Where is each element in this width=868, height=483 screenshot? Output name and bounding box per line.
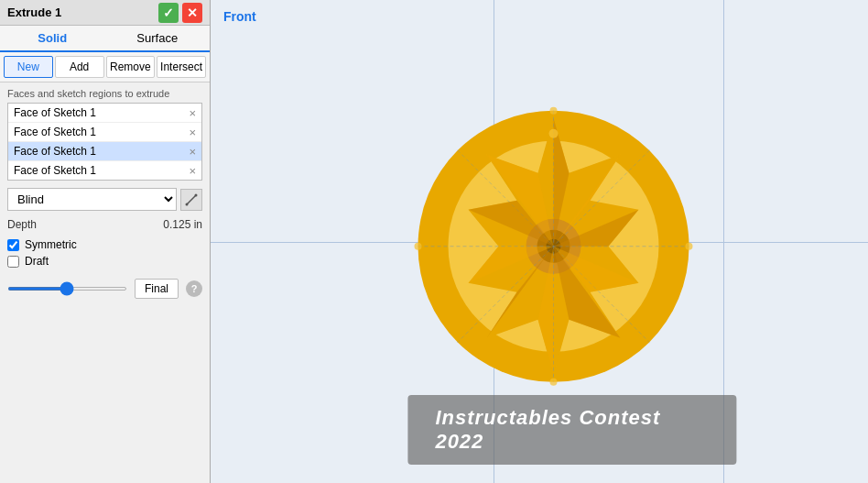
- face-label-1: Face of Sketch 1: [14, 126, 96, 138]
- checkboxes-section: Symmetric Draft: [0, 235, 210, 271]
- viewport-label: Front: [223, 9, 256, 24]
- measure-icon-btn[interactable]: [180, 189, 202, 211]
- ok-button[interactable]: ✓: [158, 3, 179, 23]
- slider-row: Final ?: [0, 271, 210, 306]
- panel-title: Extrude 1: [7, 5, 61, 19]
- panel-header: Extrude 1 ✓ ✕: [0, 0, 210, 26]
- svg-point-0: [186, 203, 189, 205]
- extrude-panel: Extrude 1 ✓ ✕ Solid Surface New Add Remo…: [0, 0, 211, 483]
- op-add[interactable]: Add: [55, 56, 104, 78]
- viewport: Front: [211, 0, 868, 483]
- face-label-3: Face of Sketch 1: [14, 164, 96, 177]
- watermark-banner: Instructables Contest 2022: [407, 395, 736, 465]
- depth-value: 0.125 in: [163, 218, 202, 231]
- symmetric-checkbox[interactable]: [7, 239, 19, 251]
- face-remove-1[interactable]: ×: [189, 126, 196, 138]
- symmetric-label: Symmetric: [25, 238, 77, 251]
- svg-point-24: [550, 378, 558, 385]
- svg-point-25: [415, 242, 422, 249]
- draft-checkbox[interactable]: [7, 256, 19, 268]
- cancel-button[interactable]: ✕: [182, 3, 202, 23]
- depth-slider[interactable]: [7, 287, 127, 291]
- draft-label: Draft: [25, 255, 49, 268]
- header-buttons: ✓ ✕: [158, 3, 202, 23]
- svg-point-22: [549, 128, 559, 137]
- faces-label: Faces and sketch regions to extrude: [7, 88, 202, 99]
- face-remove-0[interactable]: ×: [189, 107, 196, 119]
- help-icon[interactable]: ?: [186, 280, 202, 297]
- op-intersect[interactable]: Intersect: [157, 56, 206, 78]
- tabs: Solid Surface: [0, 26, 210, 52]
- operation-buttons: New Add Remove Intersect: [0, 52, 210, 82]
- op-new[interactable]: New: [4, 56, 53, 78]
- face-item-2[interactable]: Face of Sketch 1 ×: [8, 142, 201, 161]
- svg-point-1: [195, 193, 198, 196]
- tab-solid[interactable]: Solid: [0, 26, 105, 52]
- face-item-0[interactable]: Face of Sketch 1 ×: [8, 104, 201, 123]
- face-item-1[interactable]: Face of Sketch 1 ×: [8, 123, 201, 142]
- face-item-3[interactable]: Face of Sketch 1 ×: [8, 161, 201, 180]
- faces-list[interactable]: Face of Sketch 1 × Face of Sketch 1 × Fa…: [7, 103, 202, 181]
- type-row: Blind Symmetric Two Sides: [0, 181, 210, 214]
- depth-label: Depth: [7, 218, 37, 231]
- op-remove[interactable]: Remove: [106, 56, 156, 78]
- face-label-0: Face of Sketch 1: [14, 106, 96, 119]
- depth-row: Depth 0.125 in: [0, 214, 210, 235]
- svg-point-23: [550, 106, 558, 114]
- svg-point-26: [686, 242, 693, 249]
- tab-surface[interactable]: Surface: [105, 26, 211, 50]
- face-remove-3[interactable]: ×: [189, 165, 196, 177]
- type-select[interactable]: Blind Symmetric Two Sides: [7, 188, 177, 211]
- final-button[interactable]: Final: [135, 279, 179, 299]
- design-container: [412, 104, 696, 390]
- face-label-2: Face of Sketch 1: [14, 145, 96, 158]
- face-remove-2[interactable]: ×: [189, 146, 196, 158]
- symmetric-row: Symmetric: [7, 238, 202, 251]
- draft-row: Draft: [7, 255, 202, 268]
- faces-section: Faces and sketch regions to extrude Face…: [0, 82, 210, 181]
